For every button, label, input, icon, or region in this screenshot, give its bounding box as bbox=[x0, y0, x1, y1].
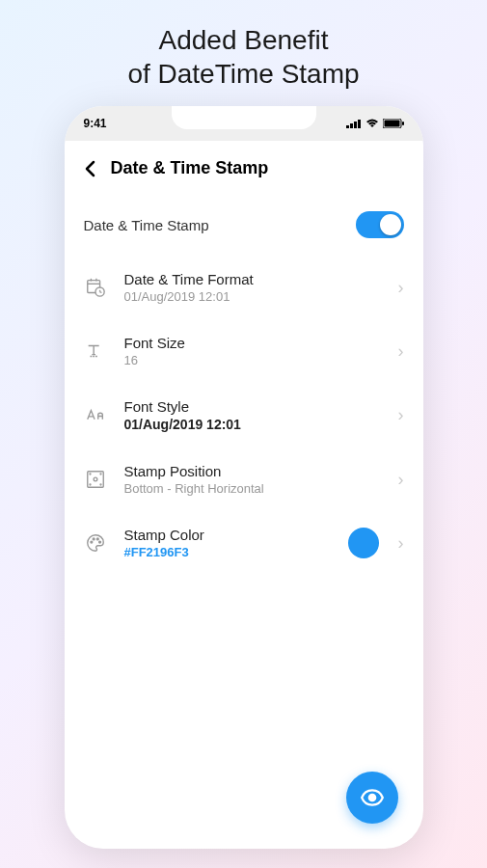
color-value: #FF2196F3 bbox=[124, 545, 331, 559]
back-button[interactable] bbox=[84, 160, 95, 177]
chevron-right-icon: › bbox=[398, 278, 404, 298]
font-style-row[interactable]: Font Style 01/Aug/2019 12:01 › bbox=[84, 383, 404, 448]
date-time-format-row[interactable]: Date & Time Format 01/Aug/2019 12:01 › bbox=[84, 256, 404, 319]
stamp-color-row[interactable]: Stamp Color #FF2196F3 › bbox=[84, 511, 404, 575]
chevron-right-icon: › bbox=[398, 405, 404, 425]
svg-rect-2 bbox=[354, 122, 357, 128]
notch bbox=[172, 106, 316, 129]
position-title: Stamp Position bbox=[124, 463, 381, 479]
stamp-toggle-label: Date & Time Stamp bbox=[84, 217, 209, 233]
app-header: Date & Time Stamp bbox=[65, 141, 423, 194]
eye-icon bbox=[360, 785, 385, 810]
font-style-title: Font Style bbox=[124, 398, 381, 415]
position-value: Bottom - Right Horizontal bbox=[124, 481, 381, 496]
chevron-left-icon bbox=[84, 160, 95, 177]
font-size-row[interactable]: Font Size 16 › bbox=[84, 319, 404, 383]
svg-rect-5 bbox=[384, 121, 399, 127]
font-style-value: 01/Aug/2019 12:01 bbox=[124, 417, 381, 432]
status-bar: 9:41 bbox=[65, 106, 423, 141]
font-size-icon bbox=[84, 339, 107, 363]
calendar-clock-icon bbox=[84, 276, 107, 299]
stamp-toggle[interactable] bbox=[356, 211, 404, 238]
font-size-title: Font Size bbox=[124, 335, 381, 351]
svg-point-21 bbox=[93, 538, 95, 540]
svg-rect-1 bbox=[350, 123, 353, 128]
color-swatch bbox=[348, 528, 379, 558]
svg-point-22 bbox=[96, 538, 98, 540]
phone-frame: 9:41 Date & Time Stamp Date & Time Stamp… bbox=[65, 106, 423, 849]
svg-rect-6 bbox=[402, 122, 404, 125]
palette-icon bbox=[84, 531, 107, 555]
stamp-position-row[interactable]: Stamp Position Bottom - Right Horizontal… bbox=[84, 448, 404, 511]
svg-rect-0 bbox=[346, 125, 349, 128]
svg-point-20 bbox=[90, 541, 92, 543]
wifi-icon bbox=[365, 119, 379, 128]
font-size-value: 16 bbox=[124, 353, 381, 367]
preview-fab[interactable] bbox=[346, 772, 398, 824]
chevron-right-icon: › bbox=[398, 470, 404, 490]
page-title: Date & Time Stamp bbox=[111, 158, 269, 178]
format-value: 01/Aug/2019 12:01 bbox=[124, 289, 381, 304]
battery-icon bbox=[383, 119, 404, 128]
svg-point-15 bbox=[90, 474, 91, 475]
position-icon bbox=[84, 468, 107, 491]
color-title: Stamp Color bbox=[124, 527, 331, 543]
chevron-right-icon: › bbox=[398, 533, 404, 554]
svg-line-13 bbox=[99, 292, 101, 293]
toggle-knob bbox=[380, 214, 401, 235]
svg-point-23 bbox=[98, 541, 100, 543]
settings-content: Date & Time Stamp Date & Time Format 01/… bbox=[65, 194, 423, 575]
svg-point-16 bbox=[100, 474, 101, 475]
promo-title: Added Benefit of DateTime Stamp bbox=[0, 0, 487, 106]
svg-point-17 bbox=[90, 484, 91, 485]
status-time: 9:41 bbox=[84, 117, 107, 130]
svg-point-18 bbox=[100, 484, 101, 485]
status-icons bbox=[346, 119, 404, 128]
svg-rect-3 bbox=[358, 120, 361, 128]
svg-point-19 bbox=[94, 477, 97, 481]
signal-icon bbox=[346, 119, 362, 128]
font-style-icon bbox=[84, 404, 107, 427]
chevron-right-icon: › bbox=[398, 341, 404, 362]
svg-point-24 bbox=[368, 795, 375, 801]
format-title: Date & Time Format bbox=[124, 271, 381, 287]
stamp-toggle-row: Date & Time Stamp bbox=[84, 203, 404, 256]
